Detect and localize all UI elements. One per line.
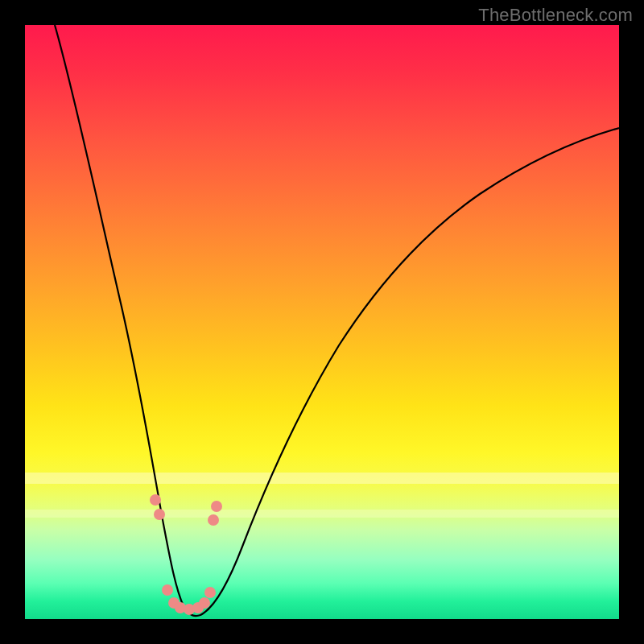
chart-frame: TheBottleneck.com [0,0,644,644]
curve-svg [25,25,619,619]
marker-dot [150,494,161,506]
marker-dot [154,509,165,520]
plot-area [25,25,619,619]
marker-dot [208,514,219,526]
bottleneck-curve-path [55,25,619,616]
marker-dot [199,597,210,609]
marker-dot [211,501,222,512]
marker-dot [204,587,216,598]
marker-group [150,494,222,615]
watermark-text: TheBottleneck.com [478,5,633,26]
marker-dot [162,584,173,596]
